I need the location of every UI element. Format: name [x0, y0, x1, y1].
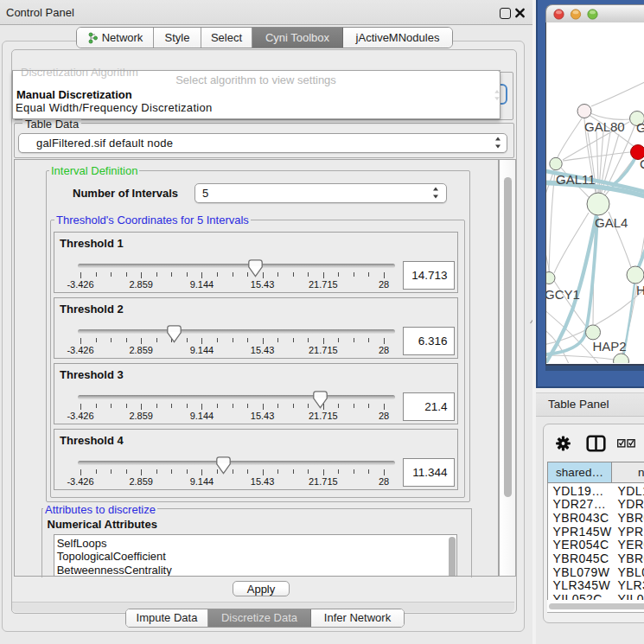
svg-text:HAP2: HAP2	[593, 339, 627, 354]
svg-text:C: C	[640, 156, 644, 171]
svg-text:GAL80: GAL80	[584, 119, 625, 134]
svg-text:GCY1: GCY1	[546, 287, 580, 302]
svg-text:GAL4: GAL4	[595, 215, 628, 230]
svg-text:GAL11: GAL11	[556, 172, 596, 187]
svg-text:H: H	[636, 283, 644, 297]
svg-text:GA: GA	[636, 120, 644, 135]
